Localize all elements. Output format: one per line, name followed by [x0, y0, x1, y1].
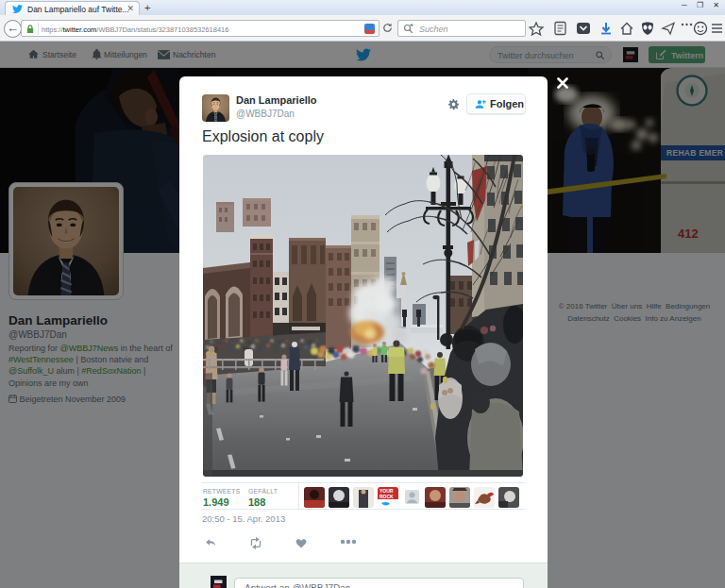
svg-text:ROCK: ROCK [379, 494, 394, 499]
